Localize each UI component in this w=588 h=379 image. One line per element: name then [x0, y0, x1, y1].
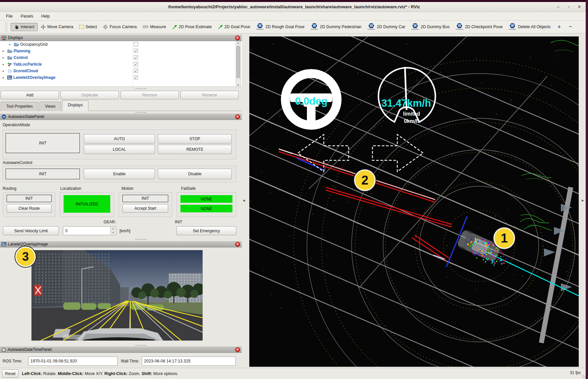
velocity-limit-spinner[interactable]: 0 ▲▼ — [63, 226, 116, 235]
scroll-up-icon[interactable]: ▲ — [236, 42, 240, 44]
overlay-panel-header[interactable]: Lanelet2OverlayImage ✕ — [0, 241, 242, 247]
tool-select[interactable]: Select — [76, 23, 100, 30]
add-tool-button[interactable]: + — [554, 24, 565, 30]
toolbar: Interact Move Camera Select Focus Camera — [0, 21, 588, 33]
enable-button[interactable]: Enable — [84, 169, 155, 179]
tool-move-camera[interactable]: Move Camera — [38, 23, 76, 31]
scrollbar-thumb[interactable] — [236, 46, 240, 78]
display-checkbox[interactable]: ✓ — [134, 75, 138, 80]
tool-2d-dummy-pedestrian[interactable]: WAutoware 2D Dummy Pedestrian — [308, 22, 365, 32]
expander-icon[interactable]: ▸ — [3, 69, 6, 73]
close-button[interactable]: ✕ — [575, 3, 583, 11]
clear-route-button[interactable]: Clear Route — [7, 204, 52, 213]
tool-2d-rough-goal-pose[interactable]: WAutoware 2D Rough Goal Pose — [253, 22, 307, 32]
accept-start-button[interactable]: Accept Start — [122, 204, 168, 213]
state-panel-header[interactable]: W AutowareStatePanel ✕ — [0, 113, 242, 120]
minimize-button[interactable]: – — [554, 3, 562, 11]
maximize-button[interactable]: ▫ — [565, 3, 573, 11]
tool-focus-camera[interactable]: Focus Camera — [100, 23, 140, 31]
close-icon[interactable]: ✕ — [235, 35, 240, 40]
displays-tree[interactable]: ▸ OccupancyGrid ▸ Planning ✓ ▸ Control ✓… — [0, 41, 242, 87]
green-arrow-icon — [172, 25, 177, 29]
expander-icon[interactable]: ▸ — [3, 76, 6, 79]
tab-displays[interactable]: Displays — [62, 100, 88, 111]
remove-tool-button[interactable]: − — [565, 24, 576, 30]
expander-icon[interactable]: ▸ — [9, 43, 13, 46]
set-emergency-button[interactable]: Set Emergency — [176, 226, 236, 235]
display-row-control[interactable]: ▸ Control ✓ — [0, 54, 242, 61]
menu-file[interactable]: File — [2, 13, 17, 20]
camera-overlay-image — [31, 250, 203, 341]
dock-collapse-right-icon[interactable]: ▶ — [582, 199, 584, 202]
tool-2d-dummy-bus[interactable]: WAutoware 2D Dummy Bus — [408, 22, 453, 32]
tool-2d-dummy-car[interactable]: WAutoware 2D Dummy Car — [365, 22, 408, 32]
display-row-planning[interactable]: ▸ Planning ✓ — [0, 48, 242, 54]
tool-2d-checkpoint-pose[interactable]: WAutoware 2D Checkpoint Pose — [453, 22, 506, 32]
reset-button[interactable]: Reset — [2, 369, 19, 378]
close-icon[interactable]: ✕ — [235, 347, 240, 352]
display-row-scoredcloud[interactable]: ▸ ScoredCloud ✓ — [0, 68, 242, 74]
auto-button[interactable]: AUTO — [84, 134, 155, 143]
display-checkbox[interactable] — [134, 42, 138, 46]
display-checkbox[interactable]: ✓ — [134, 69, 138, 73]
move-arrows-icon — [41, 25, 46, 29]
green-arrow-icon — [218, 25, 223, 29]
add-button[interactable]: Add — [1, 91, 59, 99]
datetime-panel-header[interactable]: AutowareDateTimePanel ✕ — [0, 346, 242, 353]
rename-button[interactable]: Rename — [180, 91, 239, 99]
operation-mode-state: INIT — [6, 133, 80, 153]
tool-interact[interactable]: Interact — [11, 23, 38, 31]
remove-button[interactable]: Remove — [121, 91, 179, 99]
motion-state: INIT — [122, 195, 168, 202]
spinner-arrows[interactable]: ▲▼ — [110, 227, 116, 235]
tree-scrollbar[interactable]: ▲ ▼ — [236, 41, 241, 87]
autoware-logo-icon: W — [2, 115, 6, 119]
operation-mode-label: OperationMode — [3, 123, 30, 127]
tool-2d-pose-estimate[interactable]: 2D Pose Estimate — [169, 23, 215, 31]
status-bar: Reset Left-Click: Rotate. Middle-Click: … — [0, 368, 588, 379]
tool-label: Focus Camera — [110, 25, 137, 29]
title-bar[interactable]: /home/kentoyabuuchi2/Projects/yabloc_aut… — [0, 2, 588, 12]
expander-icon[interactable]: ▸ — [3, 63, 6, 66]
tool-2d-goal-pose[interactable]: 2D Goal Pose — [215, 23, 253, 31]
tool-measure[interactable]: Measure — [140, 23, 169, 30]
render-viewport[interactable]: 0.0deg 31.47km/h limited 0km/h 2 1 — [249, 36, 579, 367]
toolbar-drag-handle[interactable] — [5, 23, 8, 31]
window-right-border — [586, 0, 588, 379]
displays-panel-header[interactable]: Displays ✕ — [0, 34, 242, 41]
autoware-logo-icon: WAutoware — [368, 23, 375, 30]
disable-button[interactable]: Disable — [158, 169, 232, 179]
scroll-down-icon[interactable]: ▼ — [236, 84, 240, 86]
dock-collapse-left-icon[interactable]: ◀ — [243, 199, 245, 202]
speed-limit-value: 0km/h — [404, 118, 419, 124]
wall-time-field[interactable]: 2023-06-08 14:17:13.325 — [142, 356, 236, 366]
display-row-occupancygrid[interactable]: ▸ OccupancyGrid — [0, 41, 242, 48]
close-icon[interactable]: ✕ — [235, 114, 240, 119]
display-checkbox[interactable]: ✓ — [134, 62, 138, 66]
ros-time-field[interactable]: 1970-01-01 09:08:51.920 — [28, 356, 118, 366]
menu-help[interactable]: Help — [37, 13, 54, 20]
tab-tool-properties[interactable]: Tool Properties — [1, 102, 38, 111]
resize-grip[interactable] — [582, 375, 585, 378]
menu-panels[interactable]: Panels — [17, 13, 37, 20]
display-row-lanelet2overlayimage[interactable]: ▸ Lanelet2OverlayImage ✓ — [0, 74, 242, 81]
tool-delete-all-objects[interactable]: WAutoware Delete All Objects — [506, 22, 554, 32]
expander-icon[interactable]: ▸ — [3, 49, 6, 53]
display-checkbox[interactable]: ✓ — [134, 49, 138, 53]
splitter-handle[interactable] — [136, 112, 147, 113]
display-checkbox[interactable]: ✓ — [134, 55, 138, 60]
tool-label: 2D Pose Estimate — [179, 25, 212, 29]
duplicate-button[interactable]: Duplicate — [61, 91, 119, 99]
fps-counter: 31 fps — [570, 370, 581, 375]
splitter-handle[interactable] — [136, 239, 147, 240]
close-icon[interactable]: ✕ — [235, 242, 240, 247]
expander-icon[interactable]: ▸ — [3, 56, 6, 59]
tab-views[interactable]: Views — [39, 102, 61, 111]
splitter-handle[interactable] — [136, 88, 147, 89]
stop-button[interactable]: STOP — [158, 134, 232, 143]
display-row-yablocparticle[interactable]: ▸ YabLocParticle ✓ — [0, 61, 242, 68]
local-button[interactable]: LOCAL — [84, 145, 155, 154]
remote-button[interactable]: REMOTE — [158, 145, 232, 154]
splitter-handle[interactable] — [136, 345, 147, 346]
send-velocity-limit-button[interactable]: Send Velocity Limit — [3, 226, 59, 235]
